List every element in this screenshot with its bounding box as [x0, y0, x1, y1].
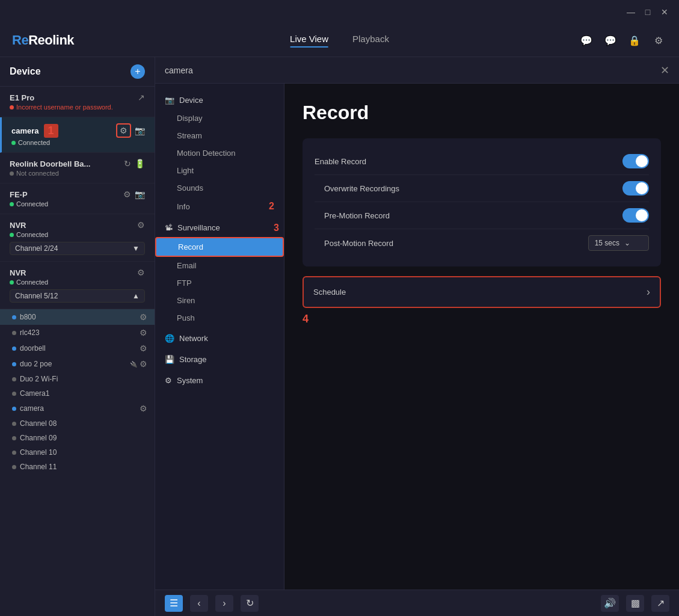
menu-section-header-storage[interactable]: 💾 Storage	[155, 350, 284, 369]
channel-value-nvr1: Channel 2/24	[15, 244, 58, 253]
menu-item-motion-detection[interactable]: Motion Detection	[155, 144, 284, 162]
device-item-e1pro: E1 Pro ↗ Incorrect username or password.	[0, 87, 155, 117]
record-title: Record	[303, 102, 661, 124]
dot-rlc423	[12, 331, 16, 335]
enable-record-label: Enable Record	[315, 157, 366, 166]
menu-item-record[interactable]: Record	[155, 237, 284, 257]
sub-channel-ch10[interactable]: Channel 10	[0, 445, 155, 460]
volume-button[interactable]: 🔊	[601, 595, 619, 612]
enable-record-toggle[interactable]	[622, 154, 649, 168]
tab-playback[interactable]: Playback	[352, 34, 389, 48]
menu-item-siren[interactable]: Siren	[155, 292, 284, 309]
sub-channel-camera1[interactable]: Camera1	[0, 386, 155, 401]
back-button[interactable]: ‹	[190, 595, 208, 612]
sub-channel-name-ch10: Channel 10	[20, 448, 57, 457]
menu-section-header-surveillance[interactable]: 📽 Surveillance 3	[155, 218, 284, 237]
sub-channel-name-camera1: Camera1	[20, 389, 49, 398]
sub-channel-ch11[interactable]: Channel 11	[0, 460, 155, 474]
status-dot-nvr1	[10, 233, 14, 237]
hdd-icon: 💾	[165, 355, 174, 364]
rlc423-settings-icon[interactable]: ⚙	[140, 328, 147, 337]
sidebar-title: Device	[10, 66, 41, 77]
battery-icon[interactable]: 🔋	[135, 159, 145, 168]
channel-select-nvr2[interactable]: Channel 5/12 ▲	[10, 289, 145, 303]
add-device-button[interactable]: +	[131, 64, 145, 79]
settings-icon[interactable]: ⚙	[650, 32, 667, 49]
panel-title: camera	[165, 66, 193, 75]
overwrite-toggle[interactable]	[622, 181, 649, 196]
display-button[interactable]: ▩	[626, 595, 644, 612]
lock-icon[interactable]: 🔒	[626, 32, 643, 49]
schedule-row[interactable]: Schedule ›	[303, 276, 661, 308]
menu-item-stream[interactable]: Stream	[155, 127, 284, 144]
b800-settings-icon[interactable]: ⚙	[140, 312, 147, 322]
sub-channel-camera2[interactable]: camera ⚙	[0, 401, 155, 416]
sub-channel-rlc423[interactable]: rlc423 ⚙	[0, 325, 155, 340]
record-panel: Record Enable Record Overwrite Recording…	[284, 84, 679, 590]
nvr2-settings-icon[interactable]: ⚙	[137, 268, 145, 277]
minimize-button[interactable]: —	[622, 4, 639, 20]
sub-channel-doorbell2[interactable]: doorbell ⚙	[0, 340, 155, 356]
topnav: ReReolink Live View Playback 💬 💬 🔒 ⚙	[0, 24, 679, 57]
refresh-bottom-button[interactable]: ↻	[241, 595, 259, 612]
monitor-section-icon: 📽	[165, 223, 173, 232]
sub-channel-ch08[interactable]: Channel 08	[0, 416, 155, 431]
menu-item-info[interactable]: Info 2	[155, 197, 284, 216]
device-name-camera: camera	[11, 126, 39, 135]
duo2poe-extra-icon: 🔌	[130, 361, 137, 368]
post-motion-dropdown[interactable]: 15 secs ⌄	[588, 235, 649, 251]
forward-button[interactable]: ›	[215, 595, 233, 612]
channel-value-nvr2: Channel 5/12	[15, 292, 58, 300]
sub-channel-b800[interactable]: b800 ⚙	[0, 309, 155, 325]
device-item-camera: camera 1 ⚙ 📷 Connected	[0, 117, 155, 153]
menu-section-header-device[interactable]: 📷 Device	[155, 91, 284, 109]
chat-icon[interactable]: 💬	[578, 32, 595, 49]
status-text-nvr1: Connected	[16, 231, 48, 238]
dot-ch09	[12, 436, 16, 440]
sub-channel-ch09[interactable]: Channel 09	[0, 431, 155, 445]
status-dot-fep	[10, 202, 14, 206]
menu-item-push[interactable]: Push	[155, 309, 284, 327]
panel-header: camera ✕	[155, 57, 679, 84]
maximize-button[interactable]: □	[639, 4, 656, 20]
duo2poe-settings-icon[interactable]: ⚙	[140, 359, 147, 369]
tab-live-view[interactable]: Live View	[290, 34, 328, 48]
menu-section-header-system[interactable]: ⚙ System	[155, 371, 284, 390]
nvr1-settings-icon[interactable]: ⚙	[137, 220, 145, 230]
device-name-doorbell: Reolink Doorbell Ba...	[10, 159, 90, 168]
post-motion-label: Post-Motion Record	[324, 239, 393, 248]
channel-select-nvr1[interactable]: Channel 2/24 ▼	[10, 242, 145, 255]
camera-section-icon: 📷	[165, 96, 174, 105]
menu-item-email[interactable]: Email	[155, 257, 284, 274]
menu-item-ftp[interactable]: FTP	[155, 274, 284, 292]
menu-item-display[interactable]: Display	[155, 109, 284, 127]
message-icon[interactable]: 💬	[602, 32, 619, 49]
fep-settings-icon[interactable]: ⚙	[123, 189, 131, 199]
external-link-icon[interactable]: ↗	[138, 93, 145, 102]
close-button[interactable]: ✕	[656, 4, 673, 20]
camera2-settings-icon[interactable]: ⚙	[140, 404, 147, 413]
menu-bottom-button[interactable]: ☰	[165, 595, 183, 612]
status-dot-doorbell	[10, 171, 14, 176]
refresh-icon[interactable]: ↻	[124, 159, 131, 168]
sub-channel-name-doorbell2: doorbell	[20, 344, 46, 353]
dot-ch11	[12, 465, 16, 469]
camera-view-icon[interactable]: 📷	[135, 126, 145, 135]
content: camera ✕ 📷 Device Display Stream Motion …	[155, 57, 679, 616]
menu-section-device: 📷 Device Display Stream Motion Detection…	[155, 91, 284, 216]
menu-section-header-network[interactable]: 🌐 Network	[155, 329, 284, 348]
menu-item-light[interactable]: Light	[155, 162, 284, 179]
pre-motion-toggle[interactable]	[622, 208, 649, 223]
panel-close-button[interactable]: ✕	[660, 64, 669, 77]
sub-channel-duo2wifi[interactable]: Duo 2 Wi-Fi	[0, 372, 155, 386]
pre-motion-label: Pre-Motion Record	[324, 211, 390, 220]
doorbell2-settings-icon[interactable]: ⚙	[140, 343, 147, 353]
dot-ch08	[12, 422, 16, 426]
menu-item-sounds[interactable]: Sounds	[155, 179, 284, 197]
annotation-1: 1	[44, 124, 58, 138]
fullscreen-button[interactable]: ↗	[651, 595, 669, 612]
sub-channel-duo2poe[interactable]: duo 2 poe 🔌 ⚙	[0, 356, 155, 372]
status-text-nvr2: Connected	[16, 279, 48, 286]
camera-settings-icon[interactable]: ⚙	[116, 123, 131, 138]
fep-camera-icon[interactable]: 📷	[135, 189, 145, 199]
